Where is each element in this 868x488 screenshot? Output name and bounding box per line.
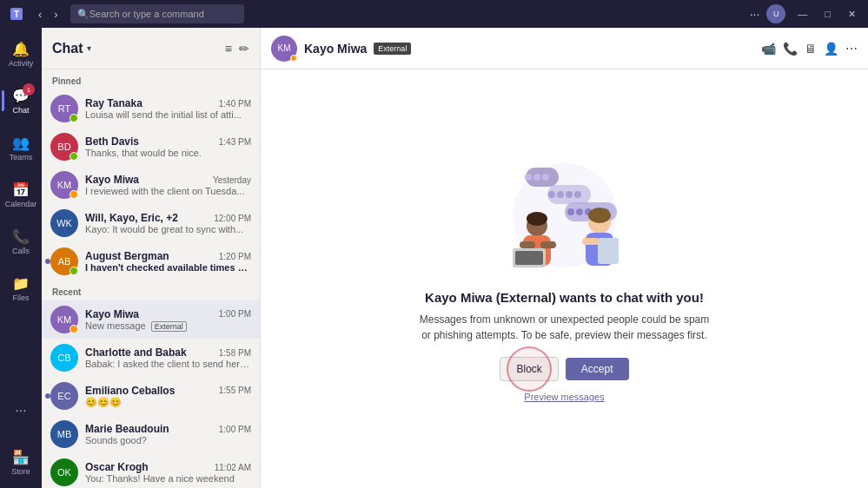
sidebar-item-store[interactable]: 🏪 Store [2, 439, 40, 485]
accept-button[interactable]: Accept [566, 358, 629, 380]
titlebar: T ‹ › 🔍 Search or type a command ··· U —… [0, 0, 868, 28]
nav-forward-button[interactable]: › [49, 6, 63, 23]
message-preview: New message External [85, 320, 251, 332]
avatar-emiliano-ceballos: EC [50, 382, 78, 410]
app-body: 🔔 Activity 1 💬 Chat 👥 Teams 📅 Calendar 📞… [0, 28, 868, 488]
svg-rect-22 [515, 251, 543, 265]
sidebar-item-teams[interactable]: 👥 Teams [2, 125, 40, 170]
more-dots[interactable]: ··· [750, 7, 760, 21]
avatar-kayo-miwa-recent: KM [50, 306, 78, 333]
audio-call-button[interactable]: 📞 [783, 42, 798, 56]
calendar-icon: 📅 [12, 181, 30, 198]
svg-point-4 [525, 174, 532, 181]
svg-point-5 [533, 174, 540, 181]
message-preview: You: Thanks! Have a nice weekend [85, 473, 251, 484]
svg-rect-28 [598, 238, 619, 264]
message-preview: Thanks, that would be nice. [85, 148, 251, 158]
teams-icon: 👥 [12, 135, 30, 151]
chat-title-chevron[interactable]: ▾ [87, 43, 91, 53]
user-avatar[interactable]: U [766, 4, 785, 23]
chat-info-ray-tanaka: Ray Tanaka 1:40 PM Louisa will send the … [85, 97, 251, 120]
svg-rect-24 [540, 241, 556, 248]
search-placeholder: Search or type a command [89, 9, 204, 19]
sidebar-item-calls[interactable]: 📞 Calls [2, 219, 40, 264]
message-time: 1:43 PM [219, 137, 251, 147]
chat-item-marie-beaudouin[interactable]: MB Marie Beaudouin 1:00 PM Sounds good? [42, 415, 260, 453]
sidebar-item-calendar[interactable]: 📅 Calendar [2, 172, 40, 217]
message-preview: I haven't checked available times yet [85, 262, 251, 273]
compose-button[interactable]: ✏ [239, 42, 249, 56]
message-time: 1:40 PM [219, 99, 251, 109]
titlebar-search[interactable]: 🔍 Search or type a command [70, 4, 244, 23]
add-people-button[interactable]: 👤 [824, 42, 838, 56]
chat-item-kayo-miwa-recent[interactable]: KM Kayo Miwa 1:00 PM New message Externa… [42, 300, 260, 339]
chat-info-beth-davis: Beth Davis 1:43 PM Thanks, that would be… [85, 135, 251, 158]
chat-info-august-bergman: August Bergman 1:20 PM I haven't checked… [85, 250, 251, 273]
svg-point-6 [542, 174, 549, 181]
external-badge: External [151, 321, 187, 332]
chat-info-will-kayo-eric: Will, Kayo, Eric, +2 12:00 PM Kayo: It w… [85, 212, 251, 234]
message-time: 1:00 PM [219, 309, 251, 319]
sidebar-item-files[interactable]: 📁 Files [2, 266, 40, 311]
titlebar-nav: ‹ › [33, 6, 63, 23]
chat-item-beth-davis[interactable]: BD Beth Davis 1:43 PM Thanks, that would… [42, 128, 260, 166]
chat-item-ray-tanaka[interactable]: RT Ray Tanaka 1:40 PM Louisa will send t… [42, 89, 260, 128]
filter-button[interactable]: ≡ [225, 42, 232, 56]
activity-label: Activity [9, 59, 34, 68]
chat-item-kayo-miwa-pinned[interactable]: KM Kayo Miwa Yesterday I reviewed with t… [42, 166, 260, 204]
contact-name: Ray Tanaka [85, 97, 142, 109]
chat-item-august-bergman[interactable]: AB August Bergman 1:20 PM I haven't chec… [42, 242, 260, 280]
contact-name: Kayo Miwa [85, 174, 139, 186]
chat-item-will-kayo-eric[interactable]: WK Will, Kayo, Eric, +2 12:00 PM Kayo: I… [42, 204, 260, 242]
chat-title-area: Chat ▾ [52, 41, 91, 56]
contact-name: Will, Kayo, Eric, +2 [85, 212, 178, 224]
contact-name: Kayo Miwa [85, 308, 139, 320]
nav-back-button[interactable]: ‹ [33, 6, 47, 23]
calls-label: Calls [12, 247, 30, 255]
contact-name: Emiliano Ceballos [85, 385, 175, 397]
contact-name: Oscar Krogh [85, 461, 149, 473]
sidebar-item-more[interactable]: ··· [2, 389, 40, 434]
svg-point-26 [588, 208, 611, 223]
close-button[interactable]: ✕ [843, 9, 861, 20]
chat-info-kayo-miwa-pinned: Kayo Miwa Yesterday I reviewed with the … [85, 174, 251, 196]
maximize-button[interactable]: □ [819, 9, 836, 19]
store-label: Store [11, 467, 30, 476]
chat-user-info: KM Kayo Miwa External [271, 36, 411, 62]
preview-messages-link[interactable]: Preview messages [524, 392, 604, 402]
message-time: 1:20 PM [219, 252, 251, 261]
message-time: 11:02 AM [215, 463, 251, 472]
svg-point-8 [548, 191, 555, 198]
sidebar-item-chat[interactable]: 1 💬 Chat [2, 78, 40, 123]
chat-item-oscar-krogh[interactable]: OK Oscar Krogh 11:02 AM You: Thanks! Hav… [42, 453, 260, 488]
chat-panel-title: Chat [52, 41, 83, 56]
more-icon: ··· [15, 403, 26, 419]
block-button[interactable]: Block [500, 357, 558, 381]
chat-header-icons: ≡ ✏ [225, 42, 249, 56]
avatar-initials: KM [278, 43, 291, 53]
svg-point-10 [566, 191, 573, 198]
chat-info-kayo-miwa-recent: Kayo Miwa 1:00 PM New message External [85, 308, 251, 332]
chat-item-emiliano-ceballos[interactable]: EC Emiliano Ceballos 1:55 PM 😊😊😊 [42, 377, 260, 415]
video-call-button[interactable]: 📹 [761, 42, 776, 56]
left-rail: 🔔 Activity 1 💬 Chat 👥 Teams 📅 Calendar 📞… [0, 28, 42, 488]
sidebar-item-activity[interactable]: 🔔 Activity [2, 31, 40, 76]
message-preview: 😊😊😊 [85, 397, 251, 408]
message-preview: Babak: I asked the client to send her fe… [85, 359, 251, 369]
chat-list-panel: Chat ▾ ≡ ✏ Pinned RT Ray Tanaka 1:40 PM … [42, 28, 261, 488]
activity-icon: 🔔 [12, 41, 30, 57]
chat-info-charlotte-babak: Charlotte and Babak 1:58 PM Babak: I ask… [85, 346, 251, 369]
minimize-button[interactable]: — [792, 9, 812, 19]
calendar-label: Calendar [5, 200, 37, 208]
chat-illustration [478, 155, 652, 276]
more-options-button[interactable]: ⋯ [845, 42, 858, 56]
message-preview: Sounds good? [85, 435, 251, 445]
svg-point-19 [527, 212, 547, 226]
avatar-ray-tanaka: RT [50, 95, 78, 122]
files-icon: 📁 [12, 275, 30, 292]
svg-point-11 [574, 191, 581, 198]
screen-share-button[interactable]: 🖥 [805, 42, 817, 56]
chat-info-marie-beaudouin: Marie Beaudouin 1:00 PM Sounds good? [85, 423, 251, 445]
message-time: 1:00 PM [219, 425, 251, 434]
chat-item-charlotte-babak[interactable]: CB Charlotte and Babak 1:58 PM Babak: I … [42, 339, 260, 377]
